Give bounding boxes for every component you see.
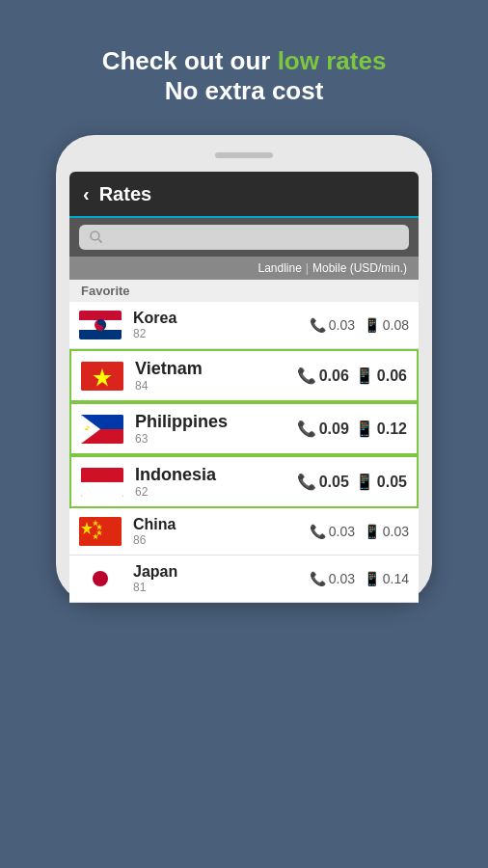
svg-rect-13 [81,482,123,497]
landline-rate: 📞 0.05 [297,473,349,491]
country-code: 86 [133,533,307,547]
table-row[interactable]: Philippines 63 📞 0.09 📱 0.12 [69,402,419,455]
country-code: 81 [133,581,307,594]
svg-rect-12 [81,468,123,482]
mobile-rate: 📱 0.06 [355,366,407,385]
flag-japan [79,564,122,593]
rates-col: 📞 0.06 📱 0.06 [297,366,407,385]
country-info-china: China 86 [133,516,307,547]
section-favorite: Favorite [69,280,419,302]
column-divider: | [306,261,309,275]
mobile-icon: 📱 [355,366,374,385]
svg-point-0 [91,231,99,240]
landline-icon: 📞 [297,366,316,385]
flag-indonesia [81,468,123,497]
landline-rate: 📞 0.03 [307,571,355,586]
rate-value: 0.06 [377,367,407,385]
mobile-rate: 📱 0.03 [361,524,409,539]
mobile-rate: 📱 0.08 [361,317,409,333]
rates-col: 📞 0.09 📱 0.12 [297,420,407,438]
rate-value: 0.05 [377,474,407,491]
flag-korea [79,311,122,339]
rate-value: 0.08 [383,317,409,333]
header-line1: Check out our low rates [102,46,387,76]
svg-point-21 [93,571,108,586]
table-row[interactable]: Indonesia 62 📞 0.05 📱 0.05 [69,455,419,508]
mobile-rate: 📱 0.14 [361,571,409,586]
svg-rect-4 [79,330,122,339]
rate-value: 0.06 [319,367,349,385]
landline-rate: 📞 0.09 [297,420,349,438]
country-info-japan: Japan 81 [133,563,307,594]
country-info-vietnam: Vietnam 84 [135,359,297,393]
mobile-icon: 📱 [364,317,380,333]
rate-value: 0.14 [383,571,409,586]
country-name: Vietnam [135,359,297,379]
back-button[interactable]: ‹ [83,183,90,205]
mobile-rate: 📱 0.05 [355,473,407,491]
country-name: Philippines [135,412,297,432]
rate-value: 0.05 [319,474,349,491]
column-headers: Landline | Mobile (USD/min.) [69,257,419,280]
table-row[interactable]: Korea 82 📞 0.03 📱 0.08 [69,302,419,349]
country-code: 62 [135,485,297,499]
search-bar [69,218,419,257]
landline-icon: 📞 [310,571,326,586]
rates-col: 📞 0.03 📱 0.14 [307,571,409,586]
mobile-header: Mobile (USD/min.) [312,261,407,275]
landline-icon: 📞 [297,420,316,438]
country-name: China [133,516,307,533]
search-input[interactable] [110,230,399,245]
mobile-icon: 📱 [355,473,374,491]
phone-screen: ‹ Rates Landline | Mobile (USD/min.) Fav… [69,172,419,603]
country-info-korea: Korea 82 [133,310,307,340]
country-code: 63 [135,432,297,446]
rate-value: 0.09 [319,420,349,438]
screen-title: Rates [99,183,151,205]
country-name: Korea [133,310,307,327]
flag-china [79,517,122,546]
phone-speaker [215,152,273,158]
country-name: Japan [133,563,307,581]
rates-col: 📞 0.05 📱 0.05 [297,473,407,491]
phone-mockup: ‹ Rates Landline | Mobile (USD/min.) Fav… [56,135,432,603]
rate-value: 0.03 [329,571,355,586]
table-row[interactable]: Vietnam 84 📞 0.06 📱 0.06 [69,349,419,402]
search-wrapper[interactable] [79,225,409,250]
country-info-indonesia: Indonesia 62 [135,465,297,499]
mobile-icon: 📱 [355,420,374,438]
rates-col: 📞 0.03 📱 0.08 [307,317,409,333]
landline-rate: 📞 0.06 [297,366,349,385]
country-code: 84 [135,379,297,393]
rate-value: 0.03 [383,524,409,539]
mobile-icon: 📱 [364,524,380,539]
rate-value: 0.12 [377,420,407,438]
svg-line-1 [98,239,102,243]
landline-header: Landline [258,261,301,275]
landline-icon: 📞 [297,473,316,491]
table-row[interactable]: China 86 📞 0.03 📱 0.03 [69,508,419,556]
rates-col: 📞 0.03 📱 0.03 [307,524,409,539]
country-name: Indonesia [135,465,297,485]
svg-rect-3 [79,311,122,320]
app-topbar: ‹ Rates [69,172,419,218]
flag-vietnam [81,362,123,391]
rate-value: 0.03 [329,524,355,539]
mobile-icon: 📱 [364,571,380,586]
country-code: 82 [133,327,307,340]
flag-philippines [81,415,123,444]
country-info-philippines: Philippines 63 [135,412,297,446]
mobile-rate: 📱 0.12 [355,420,407,438]
header-prefix: Check out our [102,46,278,75]
header-green: low rates [278,46,387,75]
landline-rate: 📞 0.03 [307,524,355,539]
header-line2: No extra cost [102,76,387,106]
landline-icon: 📞 [310,524,326,539]
landline-rate: 📞 0.03 [307,317,355,333]
table-row[interactable]: Japan 81 📞 0.03 📱 0.14 [69,556,419,603]
landline-icon: 📞 [310,317,326,333]
rate-value: 0.03 [329,317,355,333]
search-icon [89,230,104,245]
header-section: Check out our low rates No extra cost [102,46,387,106]
